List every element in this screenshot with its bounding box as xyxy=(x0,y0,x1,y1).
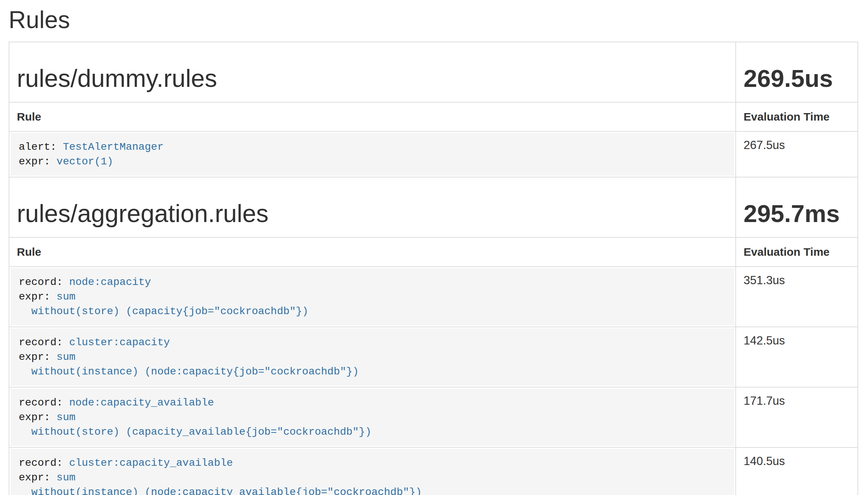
rule-evaluation-time: 351.3us xyxy=(736,267,858,327)
record-name-link[interactable]: cluster:capacity_available xyxy=(69,457,233,469)
record-keyword: record: xyxy=(19,457,69,469)
expr-keyword: expr: xyxy=(19,351,57,363)
rule-expr-link[interactable]: sum without(store) (capacity_available{j… xyxy=(19,412,371,438)
group-evaluation-time-cell: 269.5us xyxy=(736,42,858,102)
rule-column-header: Rule xyxy=(9,102,736,131)
rules-table: rules/dummy.rules 269.5us Rule Evaluatio… xyxy=(9,42,858,495)
rule-definition: alert: TestAlertManager expr: vector(1) xyxy=(10,133,734,176)
rule-definition-cell: record: cluster:capacity_available expr:… xyxy=(9,447,736,495)
record-keyword: record: xyxy=(19,337,69,348)
rule-row: record: node:capacity_available expr: su… xyxy=(9,387,858,447)
column-header-row: Rule Evaluation Time xyxy=(9,102,858,131)
rule-evaluation-time: 140.5us xyxy=(736,447,858,495)
record-name-link[interactable]: node:capacity_available xyxy=(69,397,214,409)
rule-group-file-cell: rules/dummy.rules xyxy=(9,42,736,102)
rule-evaluation-time: 142.5us xyxy=(736,327,858,387)
group-evaluation-time: 295.7ms xyxy=(744,200,850,227)
record-keyword: record: xyxy=(19,276,69,288)
rule-row: record: node:capacity expr: sum without(… xyxy=(9,267,858,327)
expr-keyword: expr: xyxy=(19,412,57,423)
page-title: Rules xyxy=(9,7,858,33)
rule-group-file: rules/dummy.rules xyxy=(17,65,728,92)
rule-definition: record: cluster:capacity expr: sum witho… xyxy=(10,328,734,386)
expr-keyword: expr: xyxy=(19,291,57,303)
rule-definition-cell: record: node:capacity expr: sum without(… xyxy=(9,267,736,327)
rule-expr-link[interactable]: vector(1) xyxy=(57,156,113,167)
expr-keyword: expr: xyxy=(19,472,57,483)
alert-name-link[interactable]: TestAlertManager xyxy=(63,141,164,153)
rules-page: Rules rules/dummy.rules 269.5us Rule Eva… xyxy=(0,7,868,495)
group-evaluation-time: 269.5us xyxy=(744,65,850,92)
rule-expr-link[interactable]: sum without(instance) (node:capacity_ava… xyxy=(19,472,422,495)
rule-column-header: Rule xyxy=(9,237,736,267)
rule-group-file-cell: rules/aggregation.rules xyxy=(9,177,736,237)
column-header-row: Rule Evaluation Time xyxy=(9,237,858,267)
alert-keyword: alert: xyxy=(19,141,63,153)
rule-definition: record: node:capacity_available expr: su… xyxy=(10,389,734,446)
rule-group-file: rules/aggregation.rules xyxy=(17,200,728,227)
rule-row: record: cluster:capacity expr: sum witho… xyxy=(9,327,858,387)
rule-definition-cell: record: node:capacity_available expr: su… xyxy=(9,387,736,447)
record-name-link[interactable]: node:capacity xyxy=(69,276,151,288)
rule-expr-link[interactable]: sum without(store) (capacity{job="cockro… xyxy=(19,291,308,317)
rule-definition: record: node:capacity expr: sum without(… xyxy=(10,268,734,325)
evaluation-time-column-header: Evaluation Time xyxy=(736,102,858,131)
rule-definition-cell: record: cluster:capacity expr: sum witho… xyxy=(9,327,736,387)
rule-definition-cell: alert: TestAlertManager expr: vector(1) xyxy=(9,131,736,177)
rule-group-header-row: rules/aggregation.rules 295.7ms xyxy=(9,177,858,237)
rule-evaluation-time: 171.7us xyxy=(736,387,858,447)
rule-group-header-row: rules/dummy.rules 269.5us xyxy=(9,42,858,102)
rule-evaluation-time: 267.5us xyxy=(736,131,858,177)
rule-row: alert: TestAlertManager expr: vector(1) … xyxy=(9,131,858,177)
expr-keyword: expr: xyxy=(19,156,57,167)
record-keyword: record: xyxy=(19,397,69,409)
rule-row: record: cluster:capacity_available expr:… xyxy=(9,447,858,495)
rule-definition: record: cluster:capacity_available expr:… xyxy=(10,449,734,495)
rule-expr-link[interactable]: sum without(instance) (node:capacity{job… xyxy=(19,351,359,377)
evaluation-time-column-header: Evaluation Time xyxy=(736,237,858,267)
record-name-link[interactable]: cluster:capacity xyxy=(69,337,170,348)
group-evaluation-time-cell: 295.7ms xyxy=(736,177,858,237)
